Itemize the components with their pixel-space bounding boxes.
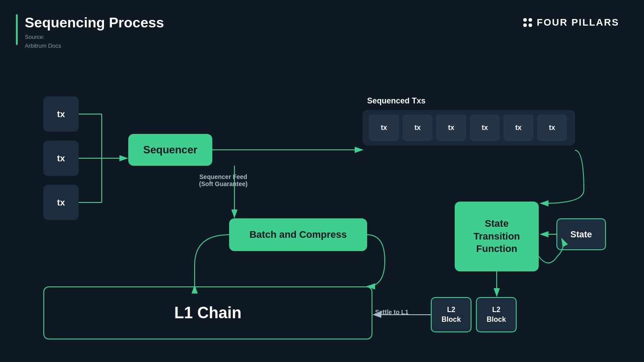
tx-box-1: tx — [43, 96, 79, 132]
logo-dot — [523, 18, 527, 22]
logo: FOUR PILLARS — [523, 17, 619, 28]
page-title: Sequencing Process — [25, 14, 164, 31]
state-box: State — [556, 218, 606, 250]
logo-text: FOUR PILLARS — [537, 17, 619, 28]
state-transition-box: State Transition Function — [455, 202, 539, 271]
header: Sequencing Process Source: Arbitrum Docs — [25, 14, 164, 50]
seq-tx-6: tx — [537, 114, 567, 141]
sequencer-box: Sequencer — [128, 134, 212, 166]
header-accent — [16, 14, 18, 45]
l2-block-1: L2 Block — [431, 297, 472, 332]
l1-chain-box: L1 Chain — [43, 286, 372, 339]
seq-tx-1: tx — [369, 114, 399, 141]
seq-tx-4: tx — [470, 114, 500, 141]
logo-dot — [529, 23, 532, 27]
header-source: Source: Arbitrum Docs — [25, 33, 164, 50]
tx-box-3: tx — [43, 185, 79, 220]
sequenced-txs-row: tx tx tx tx tx tx — [363, 110, 575, 145]
sequencer-feed-label: Sequencer Feed (Soft Guarantee) — [199, 173, 248, 187]
batch-compress-box: Batch and Compress — [229, 218, 367, 251]
sequenced-txs-label: Sequenced Txs — [367, 96, 575, 106]
seq-tx-5: tx — [503, 114, 533, 141]
logo-dot — [529, 18, 532, 22]
logo-dot — [523, 23, 527, 27]
logo-dots — [523, 18, 532, 27]
seq-tx-2: tx — [402, 114, 433, 141]
sequenced-txs-area: Sequenced Txs tx tx tx tx tx tx — [363, 96, 575, 145]
seq-tx-3: tx — [436, 114, 466, 141]
l2-block-2: L2 Block — [476, 297, 517, 332]
tx-box-2: tx — [43, 141, 79, 176]
settle-to-l1-label: Settle to L1 — [375, 309, 408, 316]
